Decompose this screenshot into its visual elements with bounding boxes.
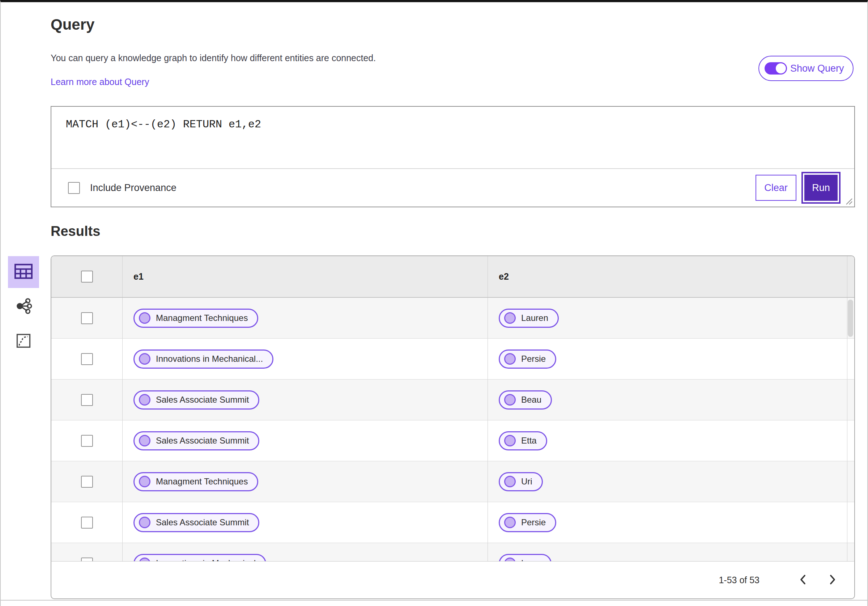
entity-pill[interactable]: Managment Techniques: [133, 472, 258, 491]
entity-label: Innovations in Mechanical: [156, 558, 256, 561]
network-icon: [15, 297, 32, 316]
entity-pill[interactable]: Managment Techniques: [133, 309, 258, 328]
entity-label: Sales Associate Summit: [156, 436, 249, 446]
table-row: Sales Associate Summit Beau: [51, 379, 854, 420]
table-row: Innovations in Mechanical... Persie: [51, 339, 854, 379]
select-all-checkbox[interactable]: [81, 270, 93, 283]
page: Query You can query a knowledge graph to…: [0, 0, 868, 606]
entity-pill[interactable]: Persie: [499, 513, 556, 532]
route-icon: [16, 334, 31, 350]
entity-label: Innovations in Mechanical...: [156, 354, 263, 364]
row-checkbox[interactable]: [81, 435, 93, 447]
learn-more-link[interactable]: Learn more about Query: [51, 77, 149, 87]
entity-node-icon: [139, 435, 150, 446]
entity-node-icon: [504, 517, 516, 528]
clear-button[interactable]: Clear: [755, 175, 797, 201]
table-row: Managment Techniques Uri: [51, 461, 854, 502]
page-title: Query: [51, 16, 95, 33]
entity-pill[interactable]: Innovations in Mechanical...: [133, 350, 273, 369]
row-checkbox[interactable]: [81, 476, 93, 488]
entity-node-icon: [139, 517, 150, 528]
show-query-label: Show Query: [790, 63, 844, 74]
toggle-on-icon[interactable]: [764, 62, 787, 75]
query-description: You can query a knowledge graph to ident…: [51, 53, 376, 63]
table-row: Sales Associate Summit Persie: [51, 502, 854, 543]
entity-pill[interactable]: Etta: [499, 431, 547, 451]
query-actions-bar: Include Provenance Clear Run: [51, 169, 854, 207]
entity-label: Sales Associate Summit: [156, 395, 249, 405]
entity-label: Etta: [521, 436, 537, 446]
next-page-button[interactable]: [824, 571, 841, 589]
column-header-e1: e1: [133, 271, 144, 282]
entity-pill[interactable]: Persie: [499, 350, 556, 369]
show-query-toggle[interactable]: Show Query: [758, 56, 854, 81]
chevron-left-icon: [799, 574, 806, 586]
entity-label: Beau: [521, 395, 541, 405]
entity-pill[interactable]: Uri: [499, 472, 543, 491]
entity-node-icon: [139, 312, 150, 324]
entity-node-icon: [139, 476, 150, 487]
entity-label: Persie: [521, 354, 546, 364]
run-button[interactable]: Run: [804, 175, 838, 201]
results-table: e1 e2 Managment Techniques Lauren Innova…: [51, 255, 855, 561]
entity-label: Larry: [521, 558, 541, 561]
table-row: Managment Techniques Lauren: [51, 298, 854, 339]
table-icon: [14, 264, 33, 280]
entity-pill[interactable]: Larry: [499, 554, 552, 561]
path-view-button[interactable]: [8, 326, 39, 357]
page-bottom-divider: [1, 600, 868, 601]
table-row: Innovations in Mechanical Larry: [51, 543, 854, 561]
entity-pill[interactable]: Innovations in Mechanical: [133, 554, 266, 561]
pagination-bar: 1-53 of 53: [51, 561, 855, 599]
pagination-range: 1-53 of 53: [719, 575, 760, 585]
run-button-focus-ring: Run: [801, 172, 840, 204]
entity-node-icon: [139, 558, 150, 561]
row-checkbox[interactable]: [81, 312, 93, 324]
entity-pill[interactable]: Sales Associate Summit: [133, 431, 259, 451]
table-body: Managment Techniques Lauren Innovations …: [51, 298, 854, 561]
include-provenance-checkbox[interactable]: [68, 182, 80, 194]
entity-node-icon: [139, 394, 150, 406]
entity-node-icon: [504, 312, 516, 324]
entity-node-icon: [504, 558, 516, 561]
entity-label: Managment Techniques: [156, 477, 248, 486]
entity-pill[interactable]: Beau: [499, 390, 552, 410]
entity-label: Persie: [521, 517, 546, 527]
query-panel: MATCH (e1)<--(e2) RETURN e1,e2 Include P…: [51, 106, 855, 207]
entity-node-icon: [504, 435, 516, 446]
row-checkbox[interactable]: [81, 558, 93, 561]
entity-pill[interactable]: Sales Associate Summit: [133, 513, 259, 532]
entity-label: Uri: [521, 477, 532, 486]
column-header-e2: e2: [499, 271, 509, 282]
row-checkbox[interactable]: [81, 517, 93, 528]
entity-node-icon: [504, 476, 516, 487]
row-checkbox[interactable]: [81, 353, 93, 365]
entity-label: Sales Associate Summit: [156, 517, 249, 527]
scrollbar-thumb[interactable]: [848, 300, 853, 337]
entity-node-icon: [139, 353, 150, 365]
entity-label: Lauren: [521, 313, 548, 323]
results-title: Results: [51, 224, 100, 239]
query-editor[interactable]: MATCH (e1)<--(e2) RETURN e1,e2: [51, 107, 854, 169]
table-header-row: e1 e2: [51, 256, 854, 298]
results-view-switcher: [8, 256, 40, 360]
prev-page-button[interactable]: [794, 571, 812, 589]
entity-node-icon: [504, 394, 516, 406]
graph-view-button[interactable]: [8, 291, 39, 323]
include-provenance-label: Include Provenance: [90, 182, 177, 194]
entity-pill[interactable]: Lauren: [499, 309, 559, 328]
entity-label: Managment Techniques: [156, 313, 248, 323]
chevron-right-icon: [829, 574, 836, 586]
entity-pill[interactable]: Sales Associate Summit: [133, 390, 259, 410]
row-checkbox[interactable]: [81, 394, 93, 406]
entity-node-icon: [504, 353, 516, 365]
table-view-button[interactable]: [8, 256, 39, 288]
toggle-knob: [776, 63, 786, 73]
table-row: Sales Associate Summit Etta: [51, 420, 854, 461]
